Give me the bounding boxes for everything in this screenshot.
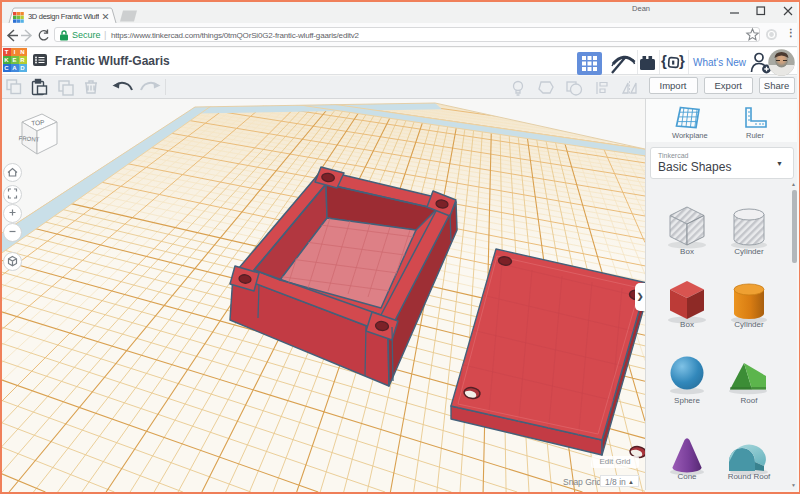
svg-text:Box: Box — [680, 247, 694, 256]
svg-text:Roof: Roof — [741, 396, 759, 405]
svg-text:Box: Box — [680, 320, 694, 329]
svg-text:Cylinder: Cylinder — [734, 320, 764, 329]
svg-text:Cone: Cone — [677, 472, 697, 481]
svg-text:Cylinder: Cylinder — [734, 247, 764, 256]
svg-text:Sphere: Sphere — [674, 396, 700, 405]
svg-text:Round Roof: Round Roof — [728, 472, 771, 481]
svg-text:TOP: TOP — [31, 119, 45, 127]
